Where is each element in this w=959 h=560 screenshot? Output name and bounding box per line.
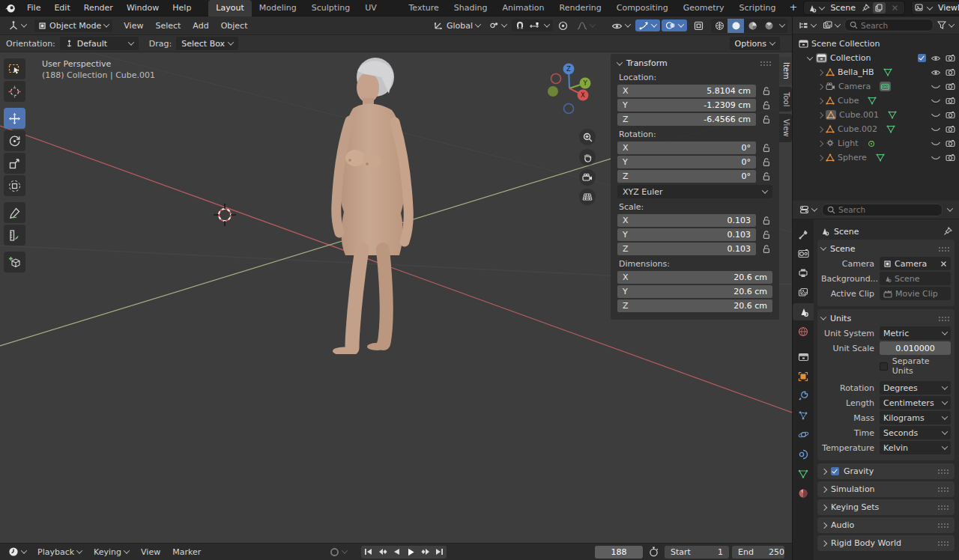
background-scene-field[interactable]: Scene <box>880 272 951 285</box>
use-preview-range-icon[interactable] <box>649 547 659 557</box>
auto-keyframe-toggle[interactable] <box>326 546 351 559</box>
camera-visibility-icon[interactable] <box>946 97 955 105</box>
hide-toggle-icon[interactable] <box>931 155 941 161</box>
lock-icon[interactable] <box>756 100 772 110</box>
workspace-tab-geometry-nodes[interactable]: Geometry Nodes <box>676 0 732 16</box>
select-box-tool[interactable] <box>4 58 25 79</box>
workspace-tab-shading[interactable]: Shading <box>447 0 495 16</box>
outliner-filter-button[interactable] <box>936 19 955 31</box>
camera-visibility-icon[interactable] <box>946 153 955 162</box>
timeline-editor-type-button[interactable] <box>4 545 30 559</box>
dimensions-y-field[interactable]: Y20.6 cm <box>617 285 772 298</box>
hide-toggle-icon[interactable] <box>931 69 941 76</box>
outliner-item-light[interactable]: Light <box>793 136 959 150</box>
annotate-tool[interactable] <box>4 202 25 223</box>
lock-icon[interactable] <box>756 86 772 96</box>
drag-dropdown[interactable]: Select Box <box>176 37 238 50</box>
keying-sets-panel-header[interactable]: Keying Sets <box>817 499 955 515</box>
menu-window[interactable]: Window <box>120 0 166 16</box>
navigation-gizmo[interactable]: Z Y X <box>543 58 596 118</box>
dimensions-x-field[interactable]: X20.6 cm <box>617 271 772 284</box>
panel-grip-icon[interactable] <box>937 505 950 510</box>
mass-unit-dropdown[interactable]: Kilograms <box>880 411 951 424</box>
rotation-y-field[interactable]: Y0° <box>617 156 756 168</box>
tab-collection-properties[interactable] <box>793 348 814 365</box>
rigid-body-world-panel-header[interactable]: Rigid Body World <box>817 535 955 551</box>
human-model[interactable] <box>297 55 436 354</box>
workspace-tab-modeling[interactable]: Modeling <box>252 0 304 16</box>
hide-toggle-icon[interactable] <box>931 55 941 62</box>
snapping-dropdown[interactable] <box>485 19 510 31</box>
snap-target-icon[interactable] <box>529 22 540 30</box>
menu-help[interactable]: Help <box>166 0 198 16</box>
scale-z-field[interactable]: Z0.103 <box>617 243 756 255</box>
rotation-z-field[interactable]: Z0° <box>617 170 756 183</box>
menu-view[interactable]: View <box>118 19 148 32</box>
panel-grip-icon[interactable] <box>760 61 772 66</box>
tab-world-properties[interactable] <box>793 323 814 340</box>
units-panel-header[interactable]: Units <box>821 311 951 325</box>
collection-row[interactable]: Collection <box>793 51 959 65</box>
hide-toggle-icon[interactable] <box>931 98 941 104</box>
jump-to-start-button[interactable] <box>361 546 375 559</box>
frame-start-field[interactable]: Start1 <box>665 546 729 559</box>
hide-toggle-icon[interactable] <box>931 112 941 118</box>
panel-grip-icon[interactable] <box>937 523 950 528</box>
properties-search[interactable] <box>822 204 943 216</box>
workspace-tab-texture-paint[interactable]: Texture Paint <box>402 0 447 16</box>
magnet-icon[interactable] <box>515 21 524 30</box>
shading-wireframe-button[interactable] <box>711 19 727 33</box>
camera-visibility-icon[interactable] <box>946 125 955 133</box>
lock-icon[interactable] <box>756 244 772 254</box>
outliner-item-sphere[interactable]: Sphere <box>793 150 959 165</box>
unit-scale-field[interactable]: 0.010000 <box>880 341 951 355</box>
mode-dropdown[interactable]: Object Mode <box>34 19 112 32</box>
mesh-data-icon[interactable] <box>876 153 885 162</box>
add-cube-tool[interactable] <box>4 252 25 273</box>
rotate-tool[interactable] <box>4 130 25 151</box>
new-scene-button[interactable] <box>873 2 886 13</box>
tab-material-properties[interactable] <box>793 484 814 502</box>
hide-toggle-icon[interactable] <box>931 141 941 147</box>
measure-tool[interactable] <box>4 225 25 246</box>
xray-toggle[interactable] <box>690 19 707 32</box>
menu-select[interactable]: Select <box>150 19 186 32</box>
camera-visibility-icon[interactable] <box>946 54 955 62</box>
tab-item[interactable]: Item <box>779 57 792 85</box>
menu-add[interactable]: Add <box>187 19 214 32</box>
time-unit-dropdown[interactable]: Seconds <box>880 426 951 439</box>
panel-grip-icon[interactable] <box>938 246 951 252</box>
playback-menu[interactable]: Playback <box>33 546 86 559</box>
tab-constraint-properties[interactable] <box>793 445 814 463</box>
audio-panel-header[interactable]: Audio <box>817 517 955 533</box>
workspace-tab-uv-editing[interactable]: UV Editing <box>357 0 401 16</box>
panel-grip-icon[interactable] <box>937 469 950 474</box>
tab-data-properties[interactable] <box>793 465 814 482</box>
gravity-checkbox[interactable] <box>831 467 839 475</box>
3d-viewport[interactable]: User Perspective (188) Collection | Cube… <box>0 52 792 543</box>
rotation-mode-dropdown[interactable]: XYZ Euler <box>617 185 772 198</box>
view-menu[interactable]: View <box>136 546 165 559</box>
workspace-tab-compositing[interactable]: Compositing <box>609 0 676 16</box>
outliner-item-cube-002[interactable]: Cube.002 <box>793 122 959 136</box>
temperature-unit-dropdown[interactable]: Kelvin <box>880 441 951 454</box>
light-data-icon[interactable] <box>867 139 876 148</box>
menu-file[interactable]: File <box>20 0 47 16</box>
panel-grip-icon[interactable] <box>938 316 951 321</box>
visibility-dropdown[interactable] <box>608 20 634 31</box>
collection-checkbox[interactable] <box>918 54 926 62</box>
hide-toggle-icon[interactable] <box>931 127 941 133</box>
outliner-search[interactable] <box>844 19 934 31</box>
camera-view-button[interactable] <box>579 169 596 186</box>
tab-tool[interactable]: Tool <box>779 87 792 112</box>
tab-output-properties[interactable] <box>793 264 814 281</box>
hide-toggle-icon[interactable] <box>931 84 941 90</box>
blender-logo-icon[interactable] <box>0 2 20 13</box>
dimensions-z-field[interactable]: Z20.6 cm <box>617 299 772 312</box>
scale-x-field[interactable]: X0.103 <box>617 214 756 227</box>
outliner-item-camera[interactable]: Camera <box>793 79 959 94</box>
outliner-display-mode-button[interactable] <box>796 19 818 31</box>
options-dropdown[interactable]: Options <box>730 37 780 50</box>
properties-editor-type-button[interactable] <box>797 204 819 216</box>
mesh-data-icon[interactable] <box>888 111 897 119</box>
